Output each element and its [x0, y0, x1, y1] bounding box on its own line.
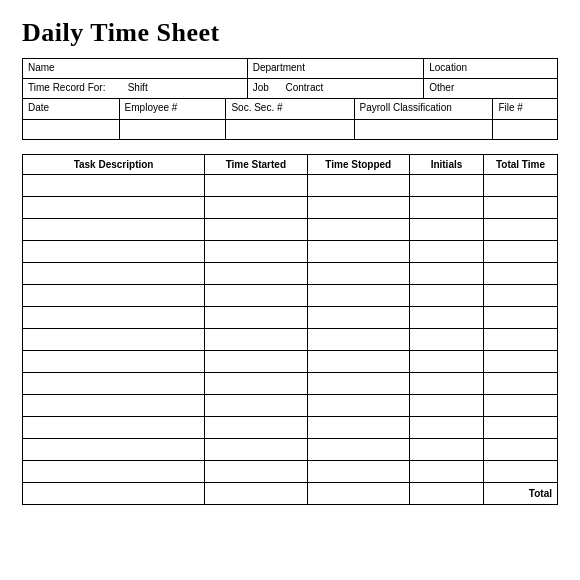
other-label: Other — [424, 79, 558, 99]
task-table: Task Description Time Started Time Stopp… — [22, 154, 558, 505]
page-title: Daily Time Sheet — [22, 18, 558, 48]
task-row — [23, 395, 558, 417]
soc-sec-label: Soc. Sec. # — [226, 99, 354, 119]
time-record-label: Time Record For: Shift — [23, 79, 248, 99]
task-row — [23, 263, 558, 285]
task-row — [23, 241, 558, 263]
col-header-stopped: Time Stopped — [307, 155, 409, 175]
name-label: Name — [23, 59, 248, 79]
header-section: Name Department Location Time Record For… — [22, 58, 558, 140]
col-header-started: Time Started — [205, 155, 307, 175]
task-row — [23, 373, 558, 395]
task-row — [23, 439, 558, 461]
col-header-total: Total Time — [483, 155, 557, 175]
task-row — [23, 219, 558, 241]
col-header-initials: Initials — [409, 155, 483, 175]
date-label: Date — [23, 99, 119, 119]
total-row: Total — [23, 483, 558, 505]
department-label: Department — [247, 59, 424, 79]
task-row — [23, 329, 558, 351]
payroll-label: Payroll Classification — [354, 99, 493, 119]
task-row — [23, 197, 558, 219]
shift-label: Shift — [128, 82, 148, 93]
task-row — [23, 285, 558, 307]
file-label: File # — [493, 99, 557, 119]
task-row — [23, 351, 558, 373]
task-row — [23, 307, 558, 329]
task-row — [23, 417, 558, 439]
col-header-task: Task Description — [23, 155, 205, 175]
employee-number-label: Employee # — [119, 99, 226, 119]
task-row — [23, 175, 558, 197]
location-label: Location — [424, 59, 558, 79]
task-row — [23, 461, 558, 483]
job-label: Job Contract — [247, 79, 424, 99]
contract-label: Contract — [285, 82, 323, 93]
